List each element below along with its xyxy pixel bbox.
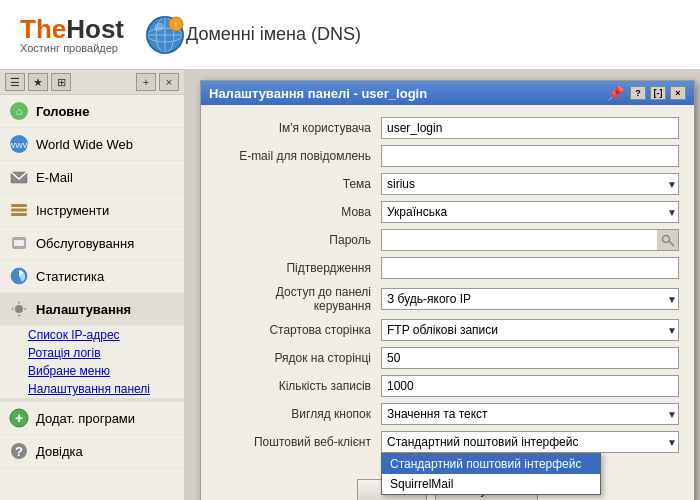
sidebar-item-label-email: E-Mail [36, 170, 73, 185]
records-input[interactable] [381, 375, 679, 397]
stats-icon [8, 265, 30, 287]
form-row-startpage: Стартова сторінка FTP облікові записи ▼ [216, 319, 679, 341]
form-label-btnstyle: Вигляд кнопок [216, 407, 381, 421]
svg-text:↑: ↑ [174, 20, 179, 30]
form-label-confirm: Підтвердження [216, 261, 381, 275]
form-label-access: Доступ до панелі керування [216, 285, 381, 313]
modal-help-btn[interactable]: ? [630, 86, 646, 100]
sidebar-submenu-ip-list[interactable]: Список IP-адрес [20, 326, 184, 344]
svg-text:+: + [15, 410, 23, 426]
modal-body: Ім'я користувача E-mail для повідомлень [201, 105, 694, 471]
form-label-lang: Мова [216, 205, 381, 219]
settings-icon [8, 298, 30, 320]
sidebar-item-settings[interactable]: Налаштування [0, 293, 184, 326]
sidebar-item-label-help: Довідка [36, 444, 83, 459]
username-input[interactable] [381, 117, 679, 139]
password-input[interactable] [381, 229, 657, 251]
sidebar-close-btn[interactable]: × [159, 73, 179, 91]
modal-title: Налаштування панелі - user_login [209, 86, 605, 101]
sidebar-item-label-stats: Статистика [36, 269, 104, 284]
sidebar-item-help[interactable]: ? Довідка [0, 435, 184, 468]
form-control-username [381, 117, 679, 139]
logo: TheHost Хостинг провайдер [20, 16, 124, 54]
form-label-username: Ім'я користувача [216, 121, 381, 135]
form-row-btnstyle: Вигляд кнопок Значення та текст ▼ [216, 403, 679, 425]
access-select[interactable]: З будь-якого IP [381, 288, 679, 310]
btnstyle-select[interactable]: Значення та текст [381, 403, 679, 425]
form-label-webclient: Поштовий веб-клієнт [216, 435, 381, 449]
modal-controls: 📌 ? [-] × [605, 85, 686, 101]
email-input[interactable] [381, 145, 679, 167]
form-row-access: Доступ до панелі керування З будь-якого … [216, 285, 679, 313]
modal-overlay: Налаштування панелі - user_login 📌 ? [-]… [185, 70, 700, 500]
dropdown-item-standard[interactable]: Стандартний поштовий інтерфейс [382, 454, 600, 474]
form-row-theme: Тема sirius ▼ [216, 173, 679, 195]
svg-rect-15 [11, 209, 27, 212]
form-control-access: З будь-якого IP ▼ [381, 288, 679, 310]
modal-pin-icon[interactable]: 📌 [605, 85, 626, 101]
logo-subtitle: Хостинг провайдер [20, 42, 124, 54]
sidebar-item-tools[interactable]: Інструменти [0, 194, 184, 227]
form-row-password: Пароль [216, 229, 679, 251]
webclient-select[interactable]: Стандартний поштовий інтерфейс [381, 431, 679, 453]
email-icon [8, 166, 30, 188]
sidebar-submenu-favorites[interactable]: Вибране меню [20, 362, 184, 380]
sidebar-toolbar: ☰ ★ ⊞ + × [0, 70, 184, 95]
key-icon [661, 233, 675, 247]
form-control-theme: sirius ▼ [381, 173, 679, 195]
startpage-select[interactable]: FTP облікові записи [381, 319, 679, 341]
sidebar-submenu-panel-settings[interactable]: Налаштування панелі [20, 380, 184, 398]
form-label-theme: Тема [216, 177, 381, 191]
form-control-rows [381, 347, 679, 369]
sidebar-item-stats[interactable]: Статистика [0, 260, 184, 293]
logo-host: Host [66, 14, 124, 44]
form-row-webclient: Поштовий веб-клієнт Стандартний поштовий… [216, 431, 679, 453]
sidebar-item-service[interactable]: Обслуговування [0, 227, 184, 260]
home-icon: ⌂ [8, 100, 30, 122]
password-icon-btn[interactable] [657, 229, 679, 251]
rows-input[interactable] [381, 347, 679, 369]
sidebar-item-home[interactable]: ⌂ Головне [0, 95, 184, 128]
page-title: Доменні імена (DNS) [186, 24, 361, 45]
form-control-records [381, 375, 679, 397]
form-control-confirm [381, 257, 679, 279]
settings-modal: Налаштування панелі - user_login 📌 ? [-]… [200, 80, 695, 500]
sidebar-list-view-btn[interactable]: ☰ [5, 73, 25, 91]
sidebar-prefs-btn[interactable]: ⊞ [51, 73, 71, 91]
lang-select[interactable]: Українська [381, 201, 679, 223]
help-icon: ? [8, 440, 30, 462]
svg-rect-14 [11, 204, 27, 207]
sidebar-item-www[interactable]: WWW World Wide Web [0, 128, 184, 161]
svg-rect-18 [14, 240, 24, 246]
sidebar-item-label-www: World Wide Web [36, 137, 133, 152]
sidebar-submenu-rotation[interactable]: Ротація логів [20, 344, 184, 362]
modal-titlebar: Налаштування панелі - user_login 📌 ? [-]… [201, 81, 694, 105]
confirm-input[interactable] [381, 257, 679, 279]
sidebar-add-btn[interactable]: + [136, 73, 156, 91]
form-label-rows: Рядок на сторінці [216, 351, 381, 365]
service-icon [8, 232, 30, 254]
form-row-records: Кількість записів [216, 375, 679, 397]
sidebar-item-label-home: Головне [36, 104, 89, 119]
form-label-email: E-mail для повідомлень [216, 149, 381, 163]
sidebar-item-email[interactable]: E-Mail [0, 161, 184, 194]
content-area: Налаштування панелі - user_login 📌 ? [-]… [185, 70, 700, 500]
sidebar-item-label-settings: Налаштування [36, 302, 131, 317]
dropdown-item-squirrel[interactable]: SquirrelMail [382, 474, 600, 494]
modal-restore-btn[interactable]: [-] [650, 86, 666, 100]
logo-text: TheHost [20, 16, 124, 42]
sidebar-item-label-addons: Додат. програми [36, 411, 135, 426]
sidebar-submenu: Список IP-адрес Ротація логів Вибране ме… [0, 326, 184, 398]
form-control-password [381, 229, 679, 251]
theme-select[interactable]: sirius [381, 173, 679, 195]
svg-text:WWW: WWW [9, 141, 29, 150]
sidebar-star-btn[interactable]: ★ [28, 73, 48, 91]
webclient-dropdown-popup: Стандартний поштовий інтерфейс SquirrelM… [381, 453, 601, 495]
form-label-records: Кількість записів [216, 379, 381, 393]
sidebar: ☰ ★ ⊞ + × ⌂ Головне WWW World Wide Web [0, 70, 185, 500]
tools-icon [8, 199, 30, 221]
svg-line-26 [668, 241, 674, 247]
modal-close-btn[interactable]: × [670, 86, 686, 100]
form-control-btnstyle: Значення та текст ▼ [381, 403, 679, 425]
sidebar-item-addons[interactable]: + Додат. програми [0, 402, 184, 435]
